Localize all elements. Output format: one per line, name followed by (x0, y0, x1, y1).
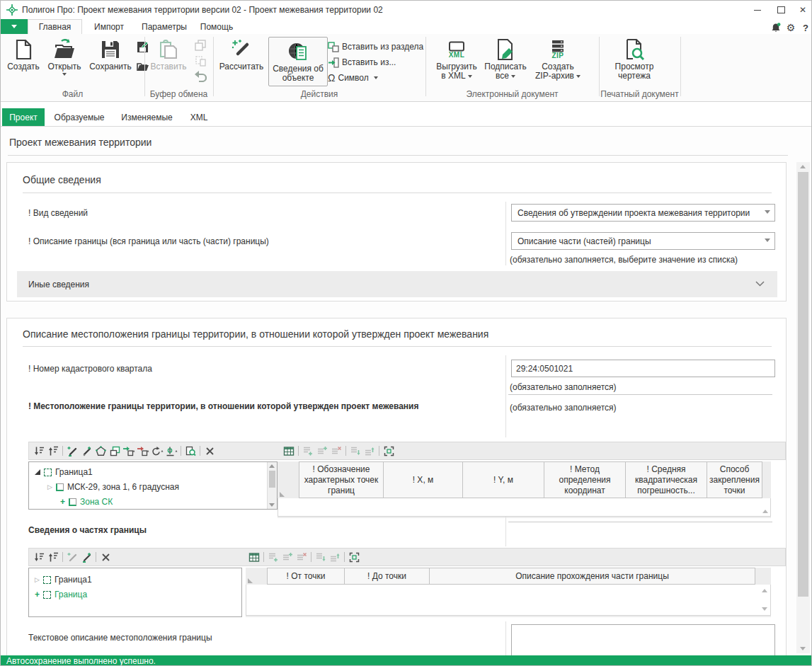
notifications-bell-button[interactable] (770, 21, 782, 34)
parts-tree[interactable]: ▷ Граница1 + Граница (28, 568, 242, 617)
sign-all-button[interactable]: Подписать все (484, 37, 527, 81)
column-header-rmse[interactable]: ! Средняя квадратическая погрешность... (626, 461, 707, 498)
export-xy-button[interactable] (136, 444, 150, 458)
symbol-button[interactable]: Ω Символ (328, 71, 378, 84)
row-insert-button[interactable] (315, 444, 329, 458)
expanded-arrow-icon[interactable] (35, 469, 40, 475)
move-down-button[interactable] (32, 550, 46, 564)
undo-button[interactable] (193, 69, 207, 84)
doc-tab-formed[interactable]: Образуемые (45, 108, 114, 126)
row-insert-button[interactable] (280, 550, 295, 564)
column-header-from-point[interactable]: ! От точки (267, 568, 345, 585)
scrollbar-thumb[interactable] (269, 471, 275, 488)
column-header-fixation[interactable]: Способ закрепления точки (707, 461, 762, 498)
tree-item-boundary1[interactable]: Граница1 (35, 465, 93, 479)
fullscreen-button[interactable] (347, 550, 361, 564)
table-view-button[interactable] (247, 550, 261, 564)
text-description-textarea[interactable] (511, 624, 775, 655)
boundary-tree[interactable]: Граница1 ▷ МСК-29, зона 1, 6 градусная +… (28, 461, 278, 510)
tree-add-zone-item[interactable]: + Зона СК (60, 495, 113, 509)
parts-table[interactable]: ! От точки ! До точки Описание прохожден… (246, 568, 771, 617)
parts-table-body[interactable] (246, 585, 771, 616)
object-info-button[interactable]: Сведения об объекте (268, 37, 328, 86)
scroll-up-icon[interactable] (800, 165, 806, 168)
collapsed-arrow-icon[interactable]: ▷ (47, 484, 52, 490)
maximize-button[interactable] (770, 1, 792, 19)
export-xml-button[interactable]: XML Выгрузить в XML (433, 37, 481, 81)
scrollbar-thumb[interactable] (798, 172, 808, 597)
column-header-x[interactable]: ! X, м (384, 461, 463, 498)
column-header-y[interactable]: ! Y, м (463, 461, 544, 498)
import-xy-button[interactable] (122, 444, 136, 458)
points-table[interactable]: ! Обозначение характерных точек границ !… (278, 461, 771, 518)
preview-points-button[interactable] (183, 444, 198, 458)
row-move-up-button[interactable] (362, 444, 377, 458)
kind-of-info-select[interactable]: Сведения об утверждении проекта межевани… (511, 204, 775, 222)
other-info-expander[interactable]: Иные сведения (17, 271, 777, 297)
open-copy-button[interactable] (135, 59, 149, 74)
column-header-method[interactable]: ! Метод определения координат (544, 461, 626, 498)
tab-import[interactable]: Импорт (82, 19, 136, 34)
delete-button[interactable] (202, 444, 217, 458)
tab-parameters[interactable]: Параметры (136, 19, 193, 34)
doc-tab-modified[interactable]: Изменяемые (114, 108, 180, 126)
row-delete-button[interactable] (329, 444, 343, 458)
column-header-part-description[interactable]: Описание прохождения части границы (430, 568, 755, 585)
tree-scrollbar[interactable] (267, 462, 277, 509)
rotate-button[interactable] (150, 444, 164, 458)
preview-drawing-button[interactable]: Просмотр чертежа (605, 37, 664, 81)
coordinate-system-button[interactable] (164, 444, 178, 458)
column-header-point-mark[interactable]: ! Обозначение характерных точек границ (299, 461, 384, 498)
tab-main[interactable]: Главная (28, 19, 82, 34)
scroll-up-icon[interactable] (269, 464, 275, 468)
polygon-button[interactable] (93, 444, 108, 458)
insert-from-button[interactable]: Вставить из... (328, 56, 396, 69)
minimize-button[interactable] (746, 1, 769, 19)
row-add-button[interactable] (266, 550, 280, 564)
help-button[interactable]: ? (799, 21, 812, 34)
app-menu-button[interactable] (1, 19, 28, 34)
collapsed-arrow-icon[interactable]: ▷ (35, 577, 40, 583)
column-header-to-point[interactable]: ! До точки (345, 568, 430, 585)
move-down-button[interactable] (32, 444, 46, 458)
delete-button[interactable] (98, 550, 113, 564)
insert-from-section-button[interactable]: Вставить из раздела (328, 40, 423, 53)
open-button[interactable]: Открыть (43, 37, 86, 76)
draw-part-button[interactable] (65, 550, 79, 564)
tree-item-msk29[interactable]: ▷ МСК-29, зона 1, 6 градусная (47, 480, 179, 494)
vertical-scrollbar[interactable] (796, 162, 810, 653)
table-scroll-up-icon[interactable] (762, 589, 767, 592)
paste-button[interactable]: Вставить (148, 37, 189, 71)
scroll-down-icon[interactable] (269, 503, 275, 507)
doc-tab-project[interactable]: Проект (2, 108, 45, 126)
border-description-select[interactable]: Описание части (частей) границы (511, 232, 775, 250)
table-scroll-down-icon[interactable] (762, 607, 767, 611)
copy-button[interactable] (193, 38, 207, 52)
scroll-down-icon[interactable] (800, 647, 806, 650)
draw-boundary-button[interactable] (65, 444, 79, 458)
points-table-body[interactable] (278, 498, 771, 517)
table-scroll-up-icon[interactable] (762, 510, 768, 513)
save-as-button[interactable] (135, 40, 149, 54)
settings-gear-button[interactable]: ⚙ (784, 21, 797, 34)
draw-scale-button[interactable] (79, 444, 93, 458)
table-view-button[interactable] (282, 444, 296, 458)
tab-help[interactable]: Помощь (193, 19, 241, 34)
move-up-button[interactable] (46, 444, 60, 458)
cadastral-quarter-input[interactable] (511, 360, 775, 377)
copy-contour-button[interactable] (108, 444, 122, 458)
doc-tab-xml[interactable]: XML (180, 108, 218, 126)
draw-part-green-button[interactable] (79, 550, 93, 564)
row-move-up-button[interactable] (328, 550, 342, 564)
close-button[interactable]: ✕ (791, 1, 812, 19)
new-button[interactable]: Создать (5, 37, 42, 71)
row-add-button[interactable] (301, 444, 315, 458)
row-delete-button[interactable] (295, 550, 309, 564)
paste-special-button[interactable] (193, 54, 207, 68)
row-move-down-button[interactable] (314, 550, 328, 564)
tree-add-boundary-item[interactable]: + Граница (35, 587, 87, 602)
row-move-down-button[interactable] (348, 444, 362, 458)
save-button[interactable]: Сохранить (87, 37, 134, 71)
tree-item-boundary1[interactable]: ▷ Граница1 (35, 573, 92, 587)
create-zip-button[interactable]: ZIP Создать ZIP-архив (530, 37, 585, 81)
